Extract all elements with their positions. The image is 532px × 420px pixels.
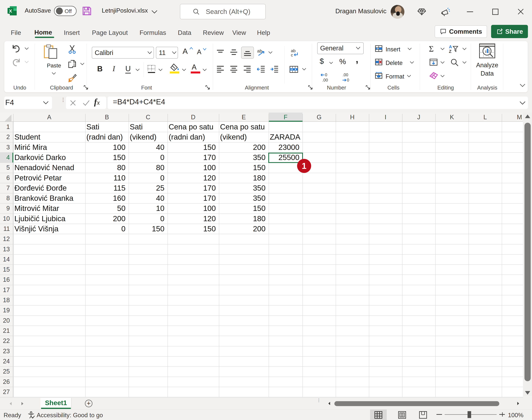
svg-text:0: 0 [347,78,349,82]
svg-text:0: 0 [325,73,327,77]
svg-text:A: A [449,44,452,49]
svg-text:.00: .00 [322,78,328,82]
svg-text:Z: Z [449,49,452,54]
svg-text:ab: ab [257,48,262,54]
svg-text:.00: .00 [342,73,348,77]
svg-text:X: X [9,9,12,14]
svg-text:c: c [291,53,293,57]
